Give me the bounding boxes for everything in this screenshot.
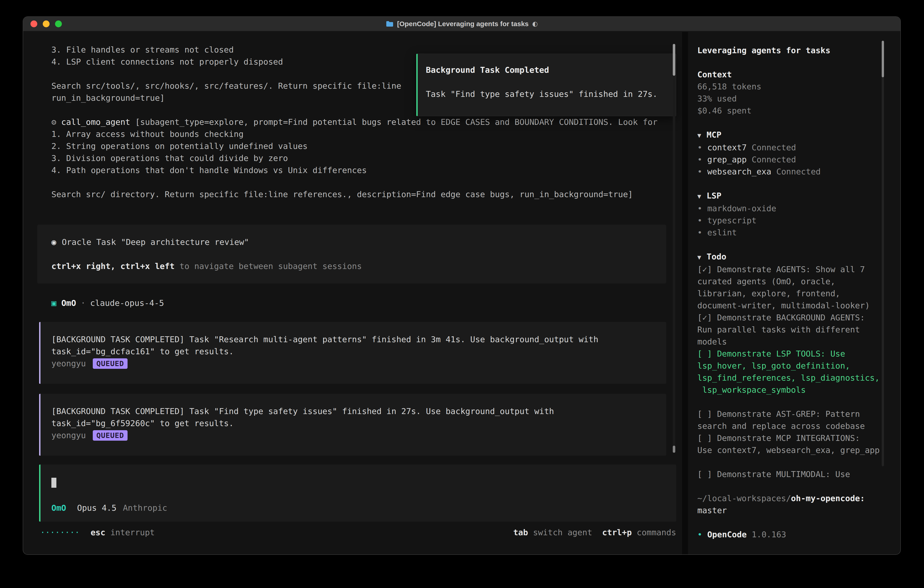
bullet-icon: • — [697, 228, 702, 237]
prompt-input[interactable]: OmO Opus 4.5 Anthropic — [39, 464, 676, 522]
task-message-text: [BACKGROUND TASK COMPLETED] Task "Resear… — [51, 333, 657, 357]
workspace-path-prefix: ~/local-workspaces/ — [697, 494, 791, 503]
mcp-heading-label: MCP — [707, 130, 721, 139]
lsp-item-name: eslint — [707, 228, 737, 237]
input-provider-name: Anthropic — [123, 502, 167, 514]
app-name: OpenCode — [707, 530, 747, 539]
bullet-icon: • — [697, 167, 702, 176]
mcp-item-status: Connected — [752, 143, 796, 152]
agent-square-icon: ▣ — [51, 298, 56, 308]
background-task-toast: Background Task Completed Task "Find typ… — [416, 54, 676, 116]
tab-key-hint: tab — [513, 526, 528, 538]
todo-item-pending: [ ] Demonstrate MULTIMODAL: Use — [697, 468, 886, 480]
agent-name: OmO — [61, 298, 76, 308]
toast-body: Task "Find type safety issues" finished … — [426, 88, 667, 100]
lsp-item-name: markdown-oxide — [707, 204, 776, 213]
agent-header: ▣OmO·claude-opus-4-5 — [51, 297, 682, 309]
todo-item-pending: [ ] Demonstrate MCP INTEGRATIONS: Use co… — [697, 432, 886, 456]
status-bar: ········ esc interrupt tab switch agent … — [40, 526, 676, 538]
todo-heading-label: Todo — [707, 252, 726, 261]
background-task-message[interactable]: [BACKGROUND TASK COMPLETED] Task "Find t… — [39, 394, 666, 456]
task-message-text: [BACKGROUND TASK COMPLETED] Task "Find t… — [51, 405, 657, 429]
close-window-button[interactable] — [30, 20, 37, 27]
sidebar-scrollbar[interactable] — [882, 41, 884, 466]
session-sidebar: Leveraging agents for tasks Context 66,5… — [688, 32, 900, 554]
context-used: 33% used — [697, 92, 900, 105]
workspace-path: ~/local-workspaces/oh-my-opencode: maste… — [697, 492, 900, 516]
commands-key-label: commands — [637, 526, 676, 538]
commands-key-hint: ctrl+p — [602, 526, 632, 538]
context-tokens: 66,518 tokens — [697, 81, 900, 92]
mcp-item: •context7Connected — [697, 141, 900, 154]
session-status-icon: ◐ — [532, 17, 538, 31]
todo-item-active: [ ] Demonstrate LSP TOOLS: Use lsp_hover… — [697, 348, 886, 396]
spinner-dots: ········ — [40, 526, 79, 538]
status-badge: QUEUED — [93, 430, 128, 441]
todo-item-done: [✓] Demonstrate BACKGROUND AGENTS: Run p… — [697, 312, 886, 348]
pane-divider — [682, 32, 688, 554]
main-scrollbar-thumb[interactable] — [673, 44, 675, 76]
toast-title: Background Task Completed — [426, 64, 667, 76]
oracle-task-title: Oracle Task "Deep architecture review" — [62, 237, 249, 247]
tool-call-args: [subagent_type=explore, prompt=Find pote… — [51, 117, 658, 199]
background-task-message[interactable]: [BACKGROUND TASK COMPLETED] Task "Resear… — [39, 322, 666, 384]
mcp-heading[interactable]: ▼MCP — [697, 129, 900, 141]
session-title: Leveraging agents for tasks — [697, 45, 900, 56]
record-icon: ◉ — [51, 237, 56, 247]
input-model-name: Opus 4.5 — [77, 502, 116, 514]
bullet-icon: • — [697, 216, 702, 225]
esc-key-hint: esc — [91, 526, 105, 538]
tool-call-name: call_omo_agent — [61, 117, 130, 127]
mcp-item-name: websearch_exa — [707, 167, 771, 176]
traffic-lights — [30, 17, 62, 31]
message-author: yeongyu — [51, 357, 86, 370]
input-meta: OmO Opus 4.5 Anthropic — [51, 502, 665, 514]
todo-heading[interactable]: ▼Todo — [697, 251, 900, 263]
bullet-icon: • — [697, 155, 702, 164]
separator-dot: · — [81, 298, 86, 308]
terminal-output-head: 3. File handles or streams not closed 4.… — [51, 45, 401, 102]
window-title-group: [OpenCode] Leveraging agents for tasks ◐ — [386, 17, 538, 31]
sidebar-footer: •OpenCode1.0.163 — [697, 529, 900, 540]
esc-key-label: interrupt — [110, 526, 155, 538]
folder-icon — [386, 21, 394, 27]
sidebar-scrollbar-thumb[interactable] — [882, 41, 884, 77]
workspace-repo: oh-my-opencode: — [791, 494, 865, 503]
minimize-window-button[interactable] — [43, 20, 50, 27]
chevron-down-icon: ▼ — [697, 254, 701, 261]
message-author: yeongyu — [51, 429, 86, 441]
chevron-down-icon: ▼ — [697, 193, 701, 200]
todo-section: ▼Todo [✓] Demonstrate AGENTS: Show all 7… — [697, 251, 900, 480]
zoom-window-button[interactable] — [55, 20, 62, 27]
context-section: Context 66,518 tokens 33% used $0.46 spe… — [697, 68, 900, 117]
text-cursor — [51, 478, 56, 488]
workspace-branch: master — [697, 504, 900, 516]
bullet-icon: • — [697, 204, 702, 213]
context-heading: Context — [697, 68, 900, 81]
oracle-task-card[interactable]: ◉Oracle Task "Deep architecture review" … — [37, 225, 666, 284]
chevron-down-icon: ▼ — [697, 132, 701, 139]
main-scrollbar[interactable] — [673, 44, 675, 453]
terminal-pane: 3. File handles or streams not closed 4.… — [23, 32, 682, 554]
todo-item-done: [✓] Demonstrate AGENTS: Show all 7 curat… — [697, 263, 886, 312]
tab-key-label: switch agent — [533, 526, 592, 538]
hint-keys: ctrl+x right, ctrl+x left — [51, 261, 175, 271]
agent-model: claude-opus-4-5 — [90, 298, 164, 308]
main-scrollbar-nub[interactable] — [673, 446, 675, 453]
mcp-item-status: Connected — [752, 155, 796, 164]
lsp-item: •typescript — [697, 215, 900, 226]
subagent-nav-hint: ctrl+x right, ctrl+x left to navigate be… — [51, 260, 666, 272]
context-spent: $0.46 spent — [697, 105, 900, 117]
lsp-item: •eslint — [697, 226, 900, 238]
lsp-item: •markdown-oxide — [697, 202, 900, 215]
mcp-item-name: grep_app — [707, 155, 747, 164]
mcp-item: •websearch_exaConnected — [697, 165, 900, 178]
gear-icon: ⚙ — [51, 117, 61, 127]
todo-item-pending: [ ] Demonstrate AST-GREP: Pattern search… — [697, 408, 886, 432]
lsp-section: ▼LSP •markdown-oxide •typescript •eslint — [697, 190, 900, 238]
titlebar[interactable]: [OpenCode] Leveraging agents for tasks ◐ — [23, 17, 900, 31]
lsp-heading-label: LSP — [707, 191, 721, 200]
lsp-item-name: typescript — [707, 216, 757, 225]
lsp-heading[interactable]: ▼LSP — [697, 190, 900, 202]
status-badge: QUEUED — [93, 358, 128, 369]
